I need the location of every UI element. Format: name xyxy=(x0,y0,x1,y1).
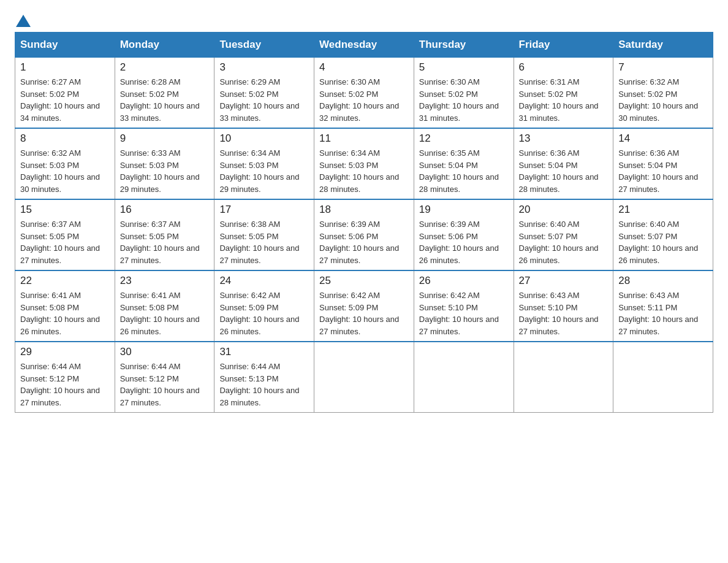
day-info: Sunrise: 6:36 AMSunset: 5:04 PMDaylight:… xyxy=(618,147,708,195)
day-number: 19 xyxy=(419,204,509,216)
calendar-cell: 26Sunrise: 6:42 AMSunset: 5:10 PMDayligh… xyxy=(414,270,514,342)
calendar-cell xyxy=(414,342,514,413)
day-number: 7 xyxy=(618,61,708,74)
weekday-header-thursday: Thursday xyxy=(414,33,514,58)
day-info: Sunrise: 6:40 AMSunset: 5:07 PMDaylight:… xyxy=(618,218,708,266)
day-info: Sunrise: 6:28 AMSunset: 5:02 PMDaylight:… xyxy=(120,76,210,124)
logo-triangle-icon xyxy=(16,15,31,27)
calendar-cell: 29Sunrise: 6:44 AMSunset: 5:12 PMDayligh… xyxy=(15,342,115,413)
day-number: 12 xyxy=(419,132,509,145)
calendar-cell xyxy=(613,342,713,413)
calendar-cell: 7Sunrise: 6:32 AMSunset: 5:02 PMDaylight… xyxy=(613,58,713,129)
calendar-week-row: 22Sunrise: 6:41 AMSunset: 5:08 PMDayligh… xyxy=(15,270,713,342)
calendar-cell: 27Sunrise: 6:43 AMSunset: 5:10 PMDayligh… xyxy=(514,270,613,342)
calendar-cell: 3Sunrise: 6:29 AMSunset: 5:02 PMDaylight… xyxy=(214,58,314,129)
day-info: Sunrise: 6:37 AMSunset: 5:05 PMDaylight:… xyxy=(20,218,110,266)
day-number: 1 xyxy=(20,61,110,74)
weekday-header-friday: Friday xyxy=(514,33,613,58)
day-number: 31 xyxy=(219,346,309,358)
day-info: Sunrise: 6:39 AMSunset: 5:06 PMDaylight:… xyxy=(319,218,409,266)
calendar-cell: 18Sunrise: 6:39 AMSunset: 5:06 PMDayligh… xyxy=(314,199,414,270)
calendar-cell: 14Sunrise: 6:36 AMSunset: 5:04 PMDayligh… xyxy=(613,128,713,199)
calendar-cell: 22Sunrise: 6:41 AMSunset: 5:08 PMDayligh… xyxy=(15,270,115,342)
page-header xyxy=(15,15,713,27)
day-info: Sunrise: 6:36 AMSunset: 5:04 PMDaylight:… xyxy=(519,147,609,195)
day-info: Sunrise: 6:30 AMSunset: 5:02 PMDaylight:… xyxy=(319,76,409,124)
calendar-cell: 4Sunrise: 6:30 AMSunset: 5:02 PMDaylight… xyxy=(314,58,414,129)
day-info: Sunrise: 6:43 AMSunset: 5:11 PMDaylight:… xyxy=(618,289,708,337)
day-info: Sunrise: 6:32 AMSunset: 5:03 PMDaylight:… xyxy=(20,147,110,195)
day-info: Sunrise: 6:44 AMSunset: 5:13 PMDaylight:… xyxy=(219,361,309,408)
day-number: 17 xyxy=(219,204,309,216)
day-info: Sunrise: 6:30 AMSunset: 5:02 PMDaylight:… xyxy=(419,76,509,124)
day-info: Sunrise: 6:42 AMSunset: 5:09 PMDaylight:… xyxy=(319,289,409,337)
weekday-header-row: SundayMondayTuesdayWednesdayThursdayFrid… xyxy=(15,33,713,58)
calendar-cell: 13Sunrise: 6:36 AMSunset: 5:04 PMDayligh… xyxy=(514,128,613,199)
day-number: 5 xyxy=(419,61,509,74)
calendar-cell: 23Sunrise: 6:41 AMSunset: 5:08 PMDayligh… xyxy=(115,270,214,342)
weekday-header-tuesday: Tuesday xyxy=(214,33,314,58)
logo xyxy=(15,15,32,27)
calendar-cell: 30Sunrise: 6:44 AMSunset: 5:12 PMDayligh… xyxy=(115,342,214,413)
calendar-week-row: 8Sunrise: 6:32 AMSunset: 5:03 PMDaylight… xyxy=(15,128,713,199)
calendar-cell: 16Sunrise: 6:37 AMSunset: 5:05 PMDayligh… xyxy=(115,199,214,270)
day-info: Sunrise: 6:29 AMSunset: 5:02 PMDaylight:… xyxy=(219,76,309,124)
day-number: 16 xyxy=(120,204,210,216)
day-info: Sunrise: 6:42 AMSunset: 5:09 PMDaylight:… xyxy=(219,289,309,337)
calendar-cell: 2Sunrise: 6:28 AMSunset: 5:02 PMDaylight… xyxy=(115,58,214,129)
day-info: Sunrise: 6:44 AMSunset: 5:12 PMDaylight:… xyxy=(20,361,110,408)
day-info: Sunrise: 6:41 AMSunset: 5:08 PMDaylight:… xyxy=(120,289,210,337)
day-info: Sunrise: 6:39 AMSunset: 5:06 PMDaylight:… xyxy=(419,218,509,266)
day-number: 25 xyxy=(319,275,409,287)
calendar-cell: 28Sunrise: 6:43 AMSunset: 5:11 PMDayligh… xyxy=(613,270,713,342)
calendar-table: SundayMondayTuesdayWednesdayThursdayFrid… xyxy=(15,32,713,413)
calendar-cell: 25Sunrise: 6:42 AMSunset: 5:09 PMDayligh… xyxy=(314,270,414,342)
day-number: 27 xyxy=(519,275,609,287)
calendar-week-row: 1Sunrise: 6:27 AMSunset: 5:02 PMDaylight… xyxy=(15,58,713,129)
day-number: 9 xyxy=(120,132,210,145)
day-number: 13 xyxy=(519,132,609,145)
day-number: 10 xyxy=(219,132,309,145)
day-info: Sunrise: 6:43 AMSunset: 5:10 PMDaylight:… xyxy=(519,289,609,337)
calendar-cell xyxy=(314,342,414,413)
calendar-week-row: 15Sunrise: 6:37 AMSunset: 5:05 PMDayligh… xyxy=(15,199,713,270)
day-number: 29 xyxy=(20,346,110,358)
calendar-cell: 9Sunrise: 6:33 AMSunset: 5:03 PMDaylight… xyxy=(115,128,214,199)
day-number: 11 xyxy=(319,132,409,145)
weekday-header-saturday: Saturday xyxy=(613,33,713,58)
calendar-cell: 6Sunrise: 6:31 AMSunset: 5:02 PMDaylight… xyxy=(514,58,613,129)
day-number: 22 xyxy=(20,275,110,287)
day-info: Sunrise: 6:27 AMSunset: 5:02 PMDaylight:… xyxy=(20,76,110,124)
day-info: Sunrise: 6:41 AMSunset: 5:08 PMDaylight:… xyxy=(20,289,110,337)
day-number: 30 xyxy=(120,346,210,358)
day-number: 3 xyxy=(219,61,309,74)
calendar-week-row: 29Sunrise: 6:44 AMSunset: 5:12 PMDayligh… xyxy=(15,342,713,413)
calendar-cell: 17Sunrise: 6:38 AMSunset: 5:05 PMDayligh… xyxy=(214,199,314,270)
day-number: 4 xyxy=(319,61,409,74)
day-info: Sunrise: 6:44 AMSunset: 5:12 PMDaylight:… xyxy=(120,361,210,408)
day-info: Sunrise: 6:42 AMSunset: 5:10 PMDaylight:… xyxy=(419,289,509,337)
calendar-cell: 10Sunrise: 6:34 AMSunset: 5:03 PMDayligh… xyxy=(214,128,314,199)
weekday-header-sunday: Sunday xyxy=(15,33,115,58)
calendar-cell: 21Sunrise: 6:40 AMSunset: 5:07 PMDayligh… xyxy=(613,199,713,270)
day-number: 28 xyxy=(618,275,708,287)
day-info: Sunrise: 6:31 AMSunset: 5:02 PMDaylight:… xyxy=(519,76,609,124)
day-info: Sunrise: 6:35 AMSunset: 5:04 PMDaylight:… xyxy=(419,147,509,195)
weekday-header-wednesday: Wednesday xyxy=(314,33,414,58)
day-info: Sunrise: 6:33 AMSunset: 5:03 PMDaylight:… xyxy=(120,147,210,195)
calendar-cell: 5Sunrise: 6:30 AMSunset: 5:02 PMDaylight… xyxy=(414,58,514,129)
day-info: Sunrise: 6:40 AMSunset: 5:07 PMDaylight:… xyxy=(519,218,609,266)
calendar-cell: 1Sunrise: 6:27 AMSunset: 5:02 PMDaylight… xyxy=(15,58,115,129)
day-number: 21 xyxy=(618,204,708,216)
calendar-cell: 15Sunrise: 6:37 AMSunset: 5:05 PMDayligh… xyxy=(15,199,115,270)
calendar-cell: 19Sunrise: 6:39 AMSunset: 5:06 PMDayligh… xyxy=(414,199,514,270)
calendar-cell: 12Sunrise: 6:35 AMSunset: 5:04 PMDayligh… xyxy=(414,128,514,199)
day-number: 24 xyxy=(219,275,309,287)
day-number: 26 xyxy=(419,275,509,287)
day-info: Sunrise: 6:34 AMSunset: 5:03 PMDaylight:… xyxy=(319,147,409,195)
day-info: Sunrise: 6:34 AMSunset: 5:03 PMDaylight:… xyxy=(219,147,309,195)
day-number: 2 xyxy=(120,61,210,74)
calendar-cell: 20Sunrise: 6:40 AMSunset: 5:07 PMDayligh… xyxy=(514,199,613,270)
calendar-cell: 8Sunrise: 6:32 AMSunset: 5:03 PMDaylight… xyxy=(15,128,115,199)
day-number: 20 xyxy=(519,204,609,216)
